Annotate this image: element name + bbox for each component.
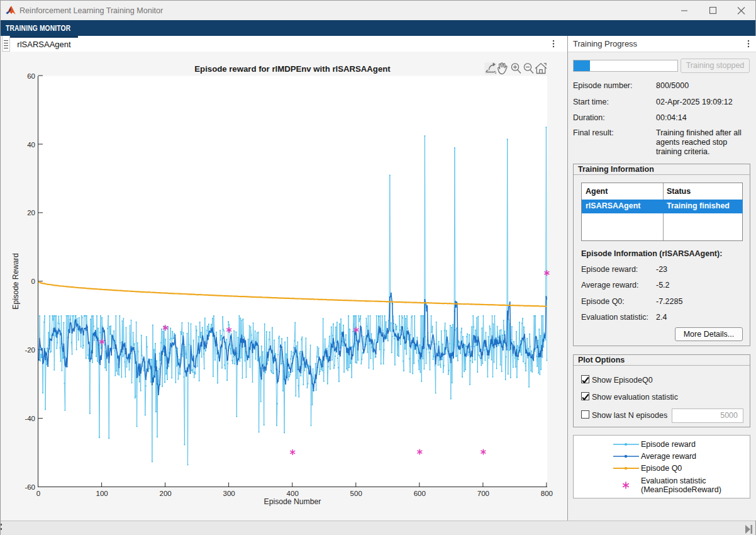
svg-text:200: 200 [160,490,172,497]
svg-text:Episode reward: Episode reward [641,440,696,449]
svg-text:40: 40 [27,141,35,149]
svg-text:Episode Q0: Episode Q0 [641,464,682,473]
svg-text:100: 100 [96,490,108,497]
svg-text:(MeanEpisodeReward): (MeanEpisodeReward) [641,485,721,494]
svg-text:300: 300 [223,490,235,497]
svg-text:0: 0 [36,490,40,497]
svg-text:Evaluation statistic: Evaluation statistic [641,476,706,485]
svg-text:600: 600 [414,490,426,497]
svg-text:700: 700 [477,490,489,497]
svg-text:60: 60 [27,72,35,80]
svg-text:Episode reward for rlMDPEnv wi: Episode reward for rlMDPEnv with rlSARSA… [194,64,391,74]
svg-text:0: 0 [31,278,35,285]
svg-text:800: 800 [541,490,553,497]
svg-text:-40: -40 [25,415,35,422]
svg-text:Episode Reward: Episode Reward [11,253,20,309]
svg-text:Average reward: Average reward [641,452,696,461]
svg-text:-60: -60 [25,483,35,491]
svg-text:400: 400 [287,490,299,497]
svg-text:Episode Number: Episode Number [264,497,321,506]
svg-text:500: 500 [350,490,362,497]
svg-text:20: 20 [27,209,35,217]
svg-text:-20: -20 [25,346,35,354]
